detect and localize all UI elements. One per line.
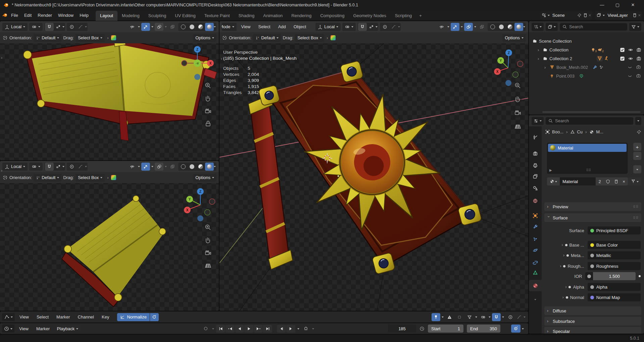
current-frame-field[interactable]: 185 [388, 325, 416, 333]
add-workspace-button[interactable]: + [416, 11, 425, 21]
visibility-dropdown[interactable] [128, 163, 137, 171]
tab-object[interactable] [529, 211, 542, 221]
tab-animation[interactable]: Animation [259, 11, 287, 21]
playback-dropdown[interactable]: Playback [54, 325, 81, 333]
xray-toggle[interactable] [478, 23, 486, 31]
navigation-gizmo[interactable]: Z Y X [494, 49, 523, 86]
prev-keyframe-button[interactable] [226, 325, 235, 333]
snap-target-dropdown[interactable] [367, 23, 376, 31]
viewport-main[interactable]: Mode View Select Add Object Local [219, 21, 528, 311]
pin-icon[interactable] [577, 13, 582, 17]
expand-chevron-icon[interactable]: › [538, 56, 541, 61]
hand-icon[interactable] [204, 94, 212, 103]
snap-toggle[interactable] [492, 313, 501, 321]
ior-socket-button[interactable] [585, 272, 593, 280]
tab-layout[interactable]: Layout [96, 11, 117, 21]
surface-shader-button[interactable]: Principled BSDF [588, 226, 641, 234]
view-layer-name[interactable]: ViewLayer [606, 13, 631, 18]
expand-arrow-icon[interactable]: › [106, 35, 109, 40]
jump-to-start-button[interactable] [216, 325, 225, 333]
shading-solid[interactable] [188, 23, 196, 31]
expand-chevron-icon[interactable]: › [538, 47, 541, 52]
maximize-button[interactable]: ▢ [610, 0, 625, 10]
outliner-row-scene-collection[interactable]: Scene Collection [532, 37, 572, 45]
next-keyframe-button[interactable] [254, 325, 263, 333]
shading-wireframe[interactable] [488, 23, 497, 31]
lock-view-icon[interactable] [204, 120, 212, 128]
pivot-dropdown[interactable] [479, 313, 487, 321]
base-color-input-button[interactable]: Base Color [588, 241, 641, 249]
panel-diffuse[interactable]: ›Diffuse [544, 306, 641, 315]
shading-wireframe[interactable] [179, 23, 188, 31]
normalize-toggle[interactable]: Normalize [117, 313, 150, 321]
gizmo-toggle[interactable] [141, 23, 150, 31]
remove-view-layer-icon[interactable]: × [638, 13, 641, 18]
menu-file[interactable]: File [8, 11, 21, 19]
anim-dot-icon[interactable] [566, 254, 569, 257]
show-cursor-toggle[interactable] [432, 313, 440, 321]
camera-view-icon[interactable] [513, 109, 522, 118]
menu-add[interactable]: Add [275, 23, 289, 31]
menu-window[interactable]: Window [55, 11, 77, 19]
ior-animate-decorator[interactable] [639, 275, 641, 277]
shading-material[interactable] [506, 23, 514, 31]
falloff-dropdown[interactable] [389, 23, 398, 31]
panel-specular[interactable]: ›Specular [544, 327, 641, 334]
expand-icon[interactable]: › [560, 264, 561, 268]
tab-world[interactable] [529, 196, 542, 206]
expand-arrow-icon[interactable]: › [326, 35, 329, 40]
expand-arrow-icon[interactable]: › [106, 175, 109, 180]
menu-view[interactable]: View [238, 23, 254, 31]
expand-icon[interactable]: › [563, 253, 564, 258]
tab-rendering[interactable]: Rendering [287, 11, 316, 21]
navigation-gizmo[interactable]: Z Y X [184, 188, 215, 221]
shading-material[interactable] [196, 23, 205, 31]
shading-rendered[interactable] [205, 163, 214, 171]
options-dropdown[interactable]: Options [193, 34, 216, 42]
loop-toggle[interactable] [301, 325, 310, 333]
frame-end-field[interactable]: End350 [467, 325, 500, 333]
scene-name[interactable]: Scene [551, 13, 576, 18]
outliner-row-book-mesh[interactable]: › Book_Mesh.002 [544, 63, 604, 72]
hide-eye-icon[interactable] [628, 47, 633, 52]
unlink-material-button[interactable]: × [620, 177, 628, 185]
shading-solid[interactable] [497, 23, 506, 31]
panel-surface[interactable]: ›Surface⠿⠿ [544, 213, 641, 222]
overlays-toggle[interactable] [155, 163, 163, 171]
expand-icon[interactable]: › [562, 243, 563, 247]
disable-render-x-icon[interactable] [636, 65, 641, 70]
properties-options-dropdown[interactable] [635, 117, 641, 125]
pivot-dropdown[interactable] [342, 23, 356, 31]
checkbox-icon[interactable] [620, 47, 625, 52]
material-users-count[interactable]: 2 [596, 177, 604, 185]
close-button[interactable]: ✕ [625, 0, 641, 10]
viewport-left-bottom[interactable]: Local [0, 161, 219, 311]
drag-dropdown[interactable]: Select Box [295, 34, 324, 42]
proportional-toggle[interactable] [67, 23, 76, 31]
new-view-layer-icon[interactable] [632, 13, 637, 17]
tool-sync-icon[interactable] [222, 35, 227, 40]
tab-modifiers[interactable] [529, 222, 542, 232]
tab-uv-editing[interactable]: UV Editing [170, 11, 200, 21]
falloff-dropdown[interactable] [515, 313, 524, 321]
shading-material[interactable] [196, 163, 205, 171]
orientation-default-dropdown[interactable]: Default [34, 34, 61, 42]
zoom-icon[interactable] [204, 223, 212, 232]
falloff-dropdown[interactable] [76, 23, 85, 31]
fake-user-shield-button[interactable] [604, 177, 612, 185]
tab-sculpting[interactable]: Sculpting [144, 11, 170, 21]
tab-constraints[interactable] [529, 258, 542, 268]
breadcrumb-data[interactable]: Cu [577, 129, 583, 134]
viewport-left-top[interactable]: Local [0, 21, 219, 160]
overlays-toggle[interactable] [155, 23, 163, 31]
tab-texture-paint[interactable]: Texture Paint [200, 11, 234, 21]
zoom-icon[interactable] [204, 81, 212, 90]
pivot-dropdown[interactable] [29, 23, 43, 31]
panel-subsurface[interactable]: ›Subsurface [544, 317, 641, 326]
options-dropdown[interactable]: Options [193, 174, 216, 182]
play-reverse-button[interactable] [235, 325, 244, 333]
snap-toggle[interactable] [45, 23, 54, 31]
material-slot-specials-dropdown[interactable] [633, 165, 641, 173]
anim-dot-icon[interactable] [563, 265, 565, 267]
tab-render[interactable] [529, 148, 542, 159]
